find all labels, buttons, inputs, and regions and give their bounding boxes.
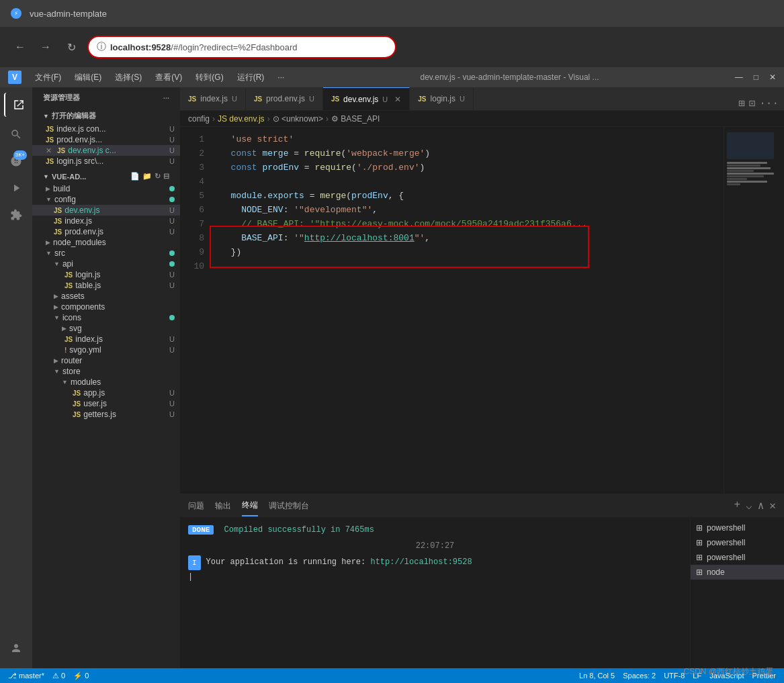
folder-build[interactable]: ▶ build [32, 183, 180, 194]
file-getters-js[interactable]: JS getters.js U [32, 409, 180, 420]
open-editors-arrow: ▼ [43, 113, 49, 120]
menu-select[interactable]: 选择(S) [115, 72, 142, 83]
file-dev-env-js[interactable]: JS dev.env.js U [32, 205, 180, 216]
file-prod-env-js[interactable]: JS prod.env.js U [32, 226, 180, 237]
status-indent[interactable]: Spaces: 2 [623, 672, 656, 680]
file-svgo-yml[interactable]: ! svgo.yml U [32, 345, 180, 355]
file-badge: U [169, 346, 180, 354]
new-file-icon[interactable]: 📄 [130, 172, 140, 181]
folder-src[interactable]: ▼ src [32, 248, 180, 259]
maximize-button[interactable]: □ [754, 73, 758, 82]
folder-components[interactable]: ▶ components [32, 302, 180, 312]
status-warnings[interactable]: ⚡ 0 [73, 672, 89, 680]
terminal-split-icon[interactable]: ⌵ [746, 499, 752, 512]
folder-config[interactable]: ▼ config [32, 194, 180, 205]
tab-badge: U [382, 95, 388, 103]
breadcrumb-item-base-api[interactable]: ⚙ BASE_API [331, 114, 380, 124]
browser-favicon: ⚡ [11, 8, 21, 19]
filename: table.js [75, 281, 101, 290]
file-icons-index-js[interactable]: JS index.js U [32, 334, 180, 345]
folder-api[interactable]: ▼ api [32, 259, 180, 269]
activity-search[interactable] [4, 122, 28, 146]
menu-file[interactable]: 文件(F) [35, 72, 61, 83]
code-editor[interactable]: 1 2 3 4 5 6 7 8 9 10 'use strict' const … [180, 127, 784, 494]
tab-login-js[interactable]: JS login.js U [410, 87, 474, 110]
activity-account[interactable] [4, 636, 28, 660]
breadcrumb-item-file[interactable]: JS dev.env.js [218, 114, 265, 124]
folder-node-modules[interactable]: ▶ node_modules [32, 237, 180, 248]
forward-button[interactable]: → [36, 38, 55, 56]
layout-icon[interactable]: ⊡ [749, 97, 756, 110]
new-folder-icon[interactable]: 📁 [142, 172, 152, 181]
folder-icons[interactable]: ▼ icons [32, 312, 180, 323]
terminal-minimize-icon[interactable]: ∧ [758, 499, 765, 512]
folder-svg[interactable]: ▶ svg [32, 323, 180, 334]
terminal-add-icon[interactable]: + [734, 499, 740, 512]
open-editor-item-2[interactable]: ✕ JS dev.env.js c... U [32, 145, 180, 156]
minimize-button[interactable]: — [735, 73, 743, 82]
file-index-js-config[interactable]: JS index.js U [32, 216, 180, 226]
status-position[interactable]: Ln 8, Col 5 [579, 672, 615, 680]
file-login-js[interactable]: JS login.js U [32, 269, 180, 280]
terminal-item-node[interactable]: ⊞ node [691, 565, 784, 580]
collapse-icon[interactable]: ⊟ [163, 172, 169, 181]
address-bar[interactable]: ⓘ localhost:9528/#/login?redirect=%2Fdas… [87, 36, 396, 58]
file-table-js[interactable]: JS table.js U [32, 280, 180, 291]
status-errors[interactable]: ⚠ 0 [52, 672, 65, 680]
refresh-icon[interactable]: ↻ [155, 172, 161, 181]
menu-edit[interactable]: 编辑(E) [75, 72, 101, 83]
tab-close-icon[interactable]: ✕ [394, 95, 401, 104]
file-app-js[interactable]: JS app.js U [32, 388, 180, 398]
js-icon: JS [46, 126, 54, 133]
menu-more[interactable]: ··· [277, 73, 284, 82]
folder-router[interactable]: ▶ router [32, 355, 180, 366]
code-line-2: const merge = require('webpack-merge') [220, 146, 724, 161]
project-section[interactable]: ▼ VUE-AD... 📄 📁 ↻ ⊟ [32, 169, 180, 183]
activity-extensions[interactable] [4, 203, 28, 227]
terminal-item-powershell-3[interactable]: ⊞ powershell [691, 550, 784, 565]
menu-run[interactable]: 运行(R) [237, 72, 265, 83]
file-badge: U [169, 410, 180, 418]
js-icon: JS [73, 390, 81, 397]
more-actions-icon[interactable]: ··· [759, 97, 779, 109]
close-button[interactable]: ✕ [769, 73, 776, 82]
refresh-button[interactable]: ↻ [62, 38, 81, 56]
vscode-window: V 文件(F) 编辑(E) 选择(S) 查看(V) 转到(G) 运行(R) ··… [0, 67, 784, 683]
compile-success-msg: Compiled successfully in 7465ms [224, 525, 374, 535]
tab-badge: U [460, 95, 465, 103]
tab-dev-env-js[interactable]: JS dev.env.js U ✕ [323, 87, 410, 110]
activity-run[interactable] [4, 176, 28, 200]
open-editor-item-3[interactable]: JS login.js src\... U [32, 156, 180, 167]
tab-prod-env-js[interactable]: JS prod.env.js U [246, 87, 323, 110]
back-button[interactable]: ← [11, 38, 30, 56]
file-user-js[interactable]: JS user.js U [32, 398, 180, 409]
code-content[interactable]: 'use strict' const merge = require('webp… [210, 127, 724, 494]
open-editor-item-0[interactable]: JS index.js con... U [32, 124, 180, 134]
folder-store[interactable]: ▼ store [32, 366, 180, 377]
status-branch[interactable]: ⎇ master* [8, 672, 44, 680]
terminal-tab-terminal[interactable]: 终端 [242, 496, 258, 516]
activity-explorer[interactable] [4, 93, 28, 117]
tab-index-js[interactable]: JS index.js U [180, 87, 246, 110]
terminal-item-powershell-1[interactable]: ⊞ powershell [691, 520, 784, 535]
terminal-tab-problems[interactable]: 问题 [188, 496, 204, 516]
activity-scm[interactable]: 3K+ [4, 149, 28, 173]
terminal-close-icon[interactable]: ✕ [769, 499, 776, 512]
menu-goto[interactable]: 转到(G) [195, 72, 223, 83]
file-badge: U [169, 217, 180, 225]
status-encoding[interactable]: UTF-8 [664, 672, 685, 680]
folder-modules[interactable]: ▼ modules [32, 377, 180, 388]
terminal-output[interactable]: DONE Compiled successfully in 7465ms 22:… [180, 518, 690, 668]
terminal-item-powershell-2[interactable]: ⊞ powershell [691, 535, 784, 550]
breadcrumb-item-unknown[interactable]: ⊙ <unknown> [273, 114, 323, 124]
breadcrumb-item-config[interactable]: config [188, 114, 210, 124]
split-editor-icon[interactable]: ⊞ [738, 97, 745, 110]
close-icon[interactable]: ✕ [46, 146, 52, 155]
open-editors-section[interactable]: ▼ 打开的编辑器 [32, 108, 180, 124]
folder-assets[interactable]: ▶ assets [32, 291, 180, 302]
menu-view[interactable]: 查看(V) [155, 72, 182, 83]
terminal-tab-output[interactable]: 输出 [215, 496, 231, 516]
sidebar-more-icon[interactable]: ··· [163, 94, 169, 102]
open-editor-item-1[interactable]: JS prod.env.js... U [32, 134, 180, 145]
terminal-tab-debug[interactable]: 调试控制台 [269, 496, 309, 516]
